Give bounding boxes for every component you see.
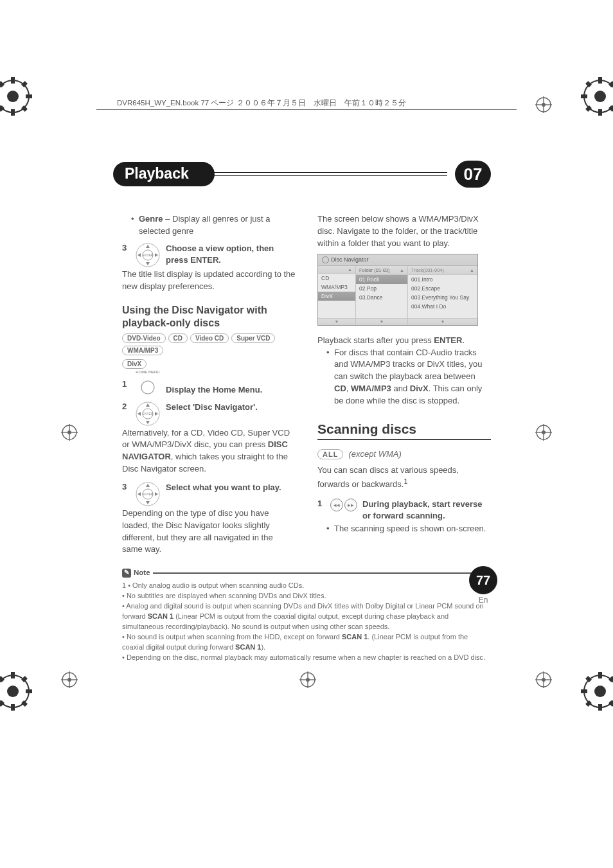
nav-col3-item: 003.Everything You Say [408,293,477,302]
step1-text: Display the Home Menu. [166,379,296,396]
rb-a: For discs that contain CD-Audio tracks a… [334,348,482,382]
section-scanning-discs: Scanning discs [317,421,491,440]
disc-type-tags-row2: DivX [122,359,296,369]
print-gear-icon [0,77,32,116]
nav-col1-item-selected: DivX [318,292,355,301]
scan-step1-text: During playback, start reverse or forwar… [362,499,491,522]
step-number: 3 [122,482,130,493]
step3b-text: Select what you want to play. [166,482,296,493]
nav-col2-item: 02.Pop [356,284,407,293]
dpad-enter-icon [135,482,161,506]
scan-para: You can scan discs at various speeds, fo… [317,465,491,491]
header-rule [209,172,447,176]
tag-super-vcd: Super VCD [231,333,275,343]
step3-text: Choose a view option, then press ENTER. [166,243,296,266]
nav-col3-item: 001.Intro [408,275,477,284]
nav-col3-item: 004.What I Do [408,302,477,311]
book-meta-line: DVR645H_WY_EN.book 77 ページ ２００６年７月５日 水曜日 … [117,98,406,108]
scan-para-text: You can scan discs at various speeds, fo… [317,465,459,489]
note-line: • Analog and digital sound is output whe… [122,601,491,632]
meta-rule [96,109,517,110]
down-triangle-icon [335,319,339,324]
registration-mark-icon [535,671,552,688]
after-shot-line: Playback starts after you press ENTER. [317,335,491,347]
registration-mark-icon [535,96,552,113]
n3b: SCAN 1 [148,612,173,620]
note-label: ✎ Note [122,567,153,578]
note-line: • Depending on the disc, normal playback… [122,653,491,663]
after-shot-b: ENTER [434,335,462,345]
after-shot-a: Playback starts after you press [317,335,434,345]
step2-after: Alternatively, for a CD, Video CD, Super… [122,427,296,475]
step-number: 3 [122,243,130,254]
up-triangle-icon [470,268,474,272]
home-menu-label: HOME MENU [136,370,159,374]
note-block: ✎ Note 1 • Only analog audio is output w… [122,572,491,662]
subheading-disc-navigator: Using the Disc Navigator with playback-o… [122,304,296,330]
rb-b: CD [334,384,346,393]
page-number: 77 [469,566,497,594]
tag-all: ALL [317,449,343,459]
after-shot-c: . [462,335,465,345]
n4b: SCAN 1 [342,633,368,641]
bullet-genre-bold: Genre [139,214,163,224]
step2-text: Select 'Disc Navigator'. [166,402,296,413]
print-gear-icon [581,77,613,116]
nav-col3-head: Track(001-004) [408,266,477,275]
registration-mark-icon [299,671,316,688]
tag-video-cd: Video CD [190,333,229,343]
nav-title: Disc Navigator [331,256,369,263]
tag-cd: CD [168,333,188,343]
tag-wma-mp3: WMA/MP3 [122,346,163,355]
registration-mark-icon [61,671,78,688]
home-menu-button-icon [141,380,155,394]
nav-disc-icon [322,256,329,263]
nav-col2-item: 03.Dance [356,293,407,302]
n4e: ). [261,643,265,651]
registration-mark-icon [61,424,78,441]
chapter-header: Playback 07 [122,161,491,188]
right-bullet: For discs that contain CD-Audio tracks a… [326,347,491,407]
note-line: 1 • Only analog audio is output when sca… [122,581,491,591]
note-line: • No sound is output when scanning from … [122,632,491,653]
up-triangle-icon [348,267,352,272]
bullet-genre: Genre – Display all genres or just a sel… [131,213,296,238]
dpad-enter-icon [135,243,161,267]
nav-titlebar: Disc Navigator [318,254,477,266]
print-gear-icon [0,672,32,711]
scan-reverse-icon: ◂◂ [330,499,343,511]
nav-col2-head: Folder (01-03) [356,266,407,275]
registration-mark-icon [535,424,552,441]
nav-col2-head-text: Folder (01-03) [359,267,390,273]
scan-forward-icon: ▸▸ [344,499,357,511]
nav-col3-item: 002.Escape [408,284,477,293]
step-number: 2 [122,402,130,412]
page-language: En [469,596,497,605]
scan-bullet: The scanning speed is shown on-screen. [326,523,491,535]
n4d: SCAN 1 [235,643,261,651]
rb-d: WMA/MP3 [351,384,391,393]
nav-col1-head [318,266,355,274]
chapter-number-badge: 07 [455,161,491,188]
nav-col1-item: WMA/MP3 [318,283,355,292]
rb-f: DivX [410,384,429,393]
step3-after: The title list display is updated accord… [122,269,296,293]
nav-col2-item-selected: 01.Rock [356,275,407,284]
tag-dvd-video: DVD-Video [122,333,166,343]
disc-type-tags: DVD-Video CD Video CD Super VCD WMA/MP3 [122,333,296,355]
step-number: 1 [122,379,130,390]
right-intro: The screen below shows a WMA/MP3/DivX di… [317,213,491,250]
nav-col1-item: CD [318,274,355,283]
tag-divx: DivX [122,359,147,369]
dpad-enter-icon [135,402,161,426]
note-line: • No subtitles are displayed when scanni… [122,591,491,601]
up-triangle-icon [400,268,404,272]
page-title: Playback [113,162,215,186]
rb-c: , [346,384,351,393]
step3b-after: Depending on the type of disc you have l… [122,508,296,556]
nav-col3-head-text: Track(001-004) [411,267,444,273]
page-number-badge: 77 En [469,566,497,605]
footnote-ref: 1 [404,477,407,485]
down-triangle-icon [441,319,445,324]
step-number: 1 [317,499,325,509]
